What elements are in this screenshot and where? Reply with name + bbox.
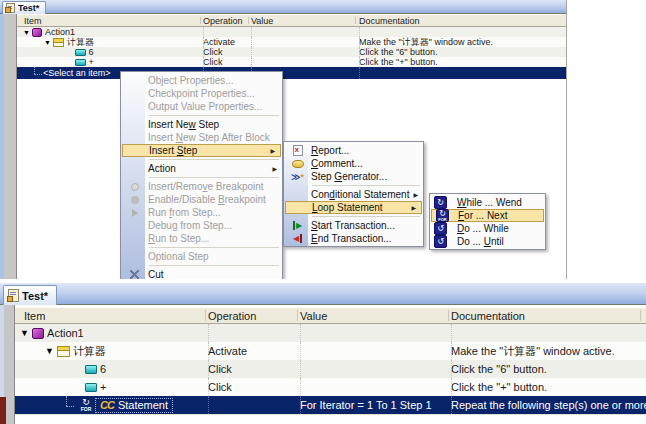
value-cell[interactable] [300,342,451,360]
table-row-for-statement[interactable]: ↻ FOR CC Statement For Iterator = 1 To 1… [15,396,646,414]
statement-item-box[interactable]: CC Statement [95,398,173,413]
keyword-rows-top: ▼ Action1 ▼ 计算器 Activate Make the "计算器" … [17,27,567,79]
button-icon [75,59,86,66]
menu-item-cut[interactable]: Cut [121,268,282,279]
documentation-cell: Make the "计算器" window active. [451,342,646,360]
item-label: Action1 [47,327,84,339]
table-row-plus[interactable]: + Click Click the "+" button. [17,57,567,67]
table-row-6[interactable]: 6 Click Click the "6" button. [15,360,646,378]
value-cell[interactable] [251,57,359,67]
menu-item-loop-statement[interactable]: Loop Statement ▶ [285,201,422,214]
breakpoint-gutter-top[interactable] [4,14,17,279]
table-row-plus[interactable]: + Click Click the "+" button. [15,378,646,396]
documentation-cell: Click the "6" button. [451,360,646,378]
column-header-item[interactable]: Item [24,15,42,26]
expander-icon[interactable]: ▼ [45,347,54,356]
menu-item-action[interactable]: Action ▶ [121,162,282,175]
table-row-calculator[interactable]: ▼ 计算器 Activate Make the "计算器" window act… [15,342,646,360]
documentation-cell: Repeat the following step(s) one or more… [451,396,646,414]
column-header-value[interactable]: Value [251,15,273,26]
action-icon [32,28,42,37]
menu-item-do-until[interactable]: ↺ Do ... Until [430,235,545,248]
value-cell[interactable]: For Iterator = 1 To 1 Step 1 [300,396,451,414]
while-wend-icon: ↻ [434,196,447,209]
column-resize-handle[interactable] [448,310,449,321]
submenu-arrow-icon: ▶ [270,147,275,154]
menu-item-run-to-step: Run to Step... [121,232,282,245]
operation-cell[interactable]: Click [203,57,251,67]
menu-item-report[interactable]: Report... [284,144,423,157]
operation-cell[interactable] [203,27,251,37]
operation-cell[interactable]: Activate [208,342,300,360]
loop-statement-submenu: ↻ While ... Wend ↻ FOR For ... Next ↺ Do… [429,193,546,250]
tree-connector [29,67,43,79]
expander-icon[interactable]: ▼ [44,39,51,46]
item-label: <Select an item> [43,68,111,78]
menu-item-step-generator[interactable]: ≫ Step Generator... [284,170,423,183]
column-header-operation[interactable]: Operation [208,308,256,323]
table-row-6[interactable]: 6 Click Click the "6" button. [17,47,567,57]
operation-cell[interactable]: Click [203,47,251,57]
do-until-icon: ↺ [434,235,447,248]
table-row-calculator[interactable]: ▼ 计算器 Activate Make the "计算器" window act… [17,37,567,47]
item-label: 6 [89,47,94,57]
column-header-documentation[interactable]: Documentation [451,308,525,323]
column-resize-handle[interactable] [205,310,206,321]
value-cell[interactable] [300,360,451,378]
operation-cell[interactable]: Click [208,360,300,378]
menu-item-while-wend[interactable]: ↻ While ... Wend [430,196,545,209]
submenu-arrow-icon: ▶ [413,191,418,198]
menu-item-do-while[interactable]: ↺ Do ... While [430,222,545,235]
menu-item-insert-new-step[interactable]: Insert New Step [121,118,282,131]
bottom-tab-bar: Test* [0,283,646,305]
operation-cell[interactable] [208,396,300,414]
column-resize-handle[interactable] [640,310,641,321]
item-label: Action1 [45,27,75,37]
menu-item-insert-new-step-after-block: Insert New Step After Block [121,131,282,144]
table-header-bottom: Item Operation Value Documentation [15,307,646,324]
menu-item-for-next[interactable]: ↻ FOR For ... Next [431,209,544,222]
value-cell[interactable] [251,27,359,37]
column-header-operation[interactable]: Operation [203,15,243,26]
documentation-cell: Make the "计算器" window active. [359,37,567,47]
value-cell[interactable] [300,378,451,396]
for-loop-icon: ↻ FOR [77,397,95,413]
table-row-action1[interactable]: ▼ Action1 [15,324,646,342]
column-header-documentation[interactable]: Documentation [359,15,420,26]
operation-cell[interactable]: Activate [203,37,251,47]
menu-item-insert-remove-breakpoint: Insert/Remove Breakpoint [121,180,282,193]
expander-icon[interactable]: ▼ [23,29,30,36]
column-resize-handle[interactable] [355,17,356,24]
expander-icon[interactable]: ▼ [20,329,29,338]
operation-cell[interactable]: Click [208,378,300,396]
window-icon [57,346,70,357]
menu-item-end-transaction[interactable]: ◀ End Transaction... [284,232,423,245]
end-transaction-icon: ◀ [293,234,302,243]
menu-item-run-from-step: Run from Step... [121,206,282,219]
tab-test-top[interactable]: Test* [2,1,46,14]
value-cell[interactable] [251,47,359,57]
column-resize-handle[interactable] [248,17,249,24]
column-resize-handle[interactable] [200,17,201,24]
column-header-item[interactable]: Item [24,308,45,323]
column-header-value[interactable]: Value [300,308,327,323]
value-cell[interactable] [300,324,451,342]
menu-item-conditional-statement[interactable]: Conditional Statement ▶ [284,188,423,201]
menu-item-insert-step[interactable]: Insert Step ▶ [122,144,281,157]
tab-test-bottom[interactable]: Test* [3,285,57,305]
table-row-action1[interactable]: ▼ Action1 [17,27,567,37]
column-resize-handle[interactable] [297,310,298,321]
menu-item-start-transaction[interactable]: ▶ Start Transaction... [284,219,423,232]
item-label: 6 [100,363,106,375]
insert-step-submenu: Report... Comment... ≫ Step Generator...… [283,141,424,247]
table-row-select-an-item[interactable]: <Select an item> [17,67,567,79]
menu-item-debug-from-step: Debug from Step... [121,219,282,232]
operation-cell[interactable] [208,324,300,342]
documentation-cell [451,324,646,342]
test-document-icon [8,289,19,302]
report-icon [293,145,303,156]
menu-item-comment[interactable]: Comment... [284,157,423,170]
value-cell[interactable] [251,37,359,47]
keyword-rows-bottom: ▼ Action1 ▼ 计算器 Activate Make the "计算器" … [15,324,646,424]
keyword-view-bottom-panel: Test* Item Operation Value Documentation… [0,283,646,424]
